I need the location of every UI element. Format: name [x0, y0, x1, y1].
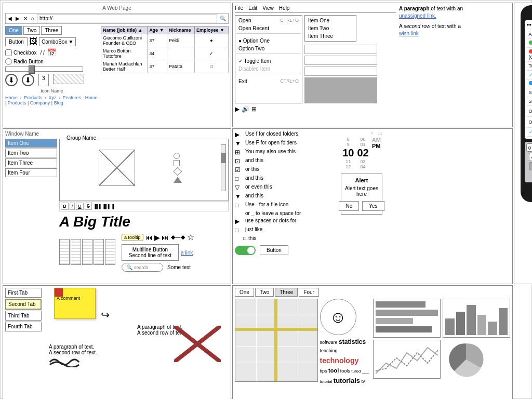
list-item-1[interactable]: Item One — [5, 139, 57, 148]
back-btn[interactable]: ◀ — [7, 16, 13, 21]
breadcrumb-home2[interactable]: Home — [85, 95, 98, 100]
breadcrumb-blog[interactable]: Blog — [54, 100, 63, 105]
radio-input[interactable] — [5, 58, 12, 65]
pm-label[interactable]: PM — [372, 143, 381, 149]
key-shift[interactable]: ⇧ — [529, 162, 532, 170]
url-input[interactable] — [37, 15, 217, 22]
menu-file[interactable]: File — [235, 5, 243, 11]
home-btn[interactable]: ⌂ — [30, 16, 35, 21]
acc-5[interactable] — [105, 239, 115, 265]
btab-three[interactable]: Three — [275, 288, 298, 297]
breadcrumb-products2[interactable]: Products — [8, 100, 26, 105]
ios-checkmark[interactable]: ✓A Checkmark ○ — [527, 71, 533, 79]
am-label[interactable]: AM — [372, 137, 381, 143]
menu-opt2[interactable]: Option Two — [236, 45, 301, 52]
breadcrumb-xyz[interactable]: Xyz — [49, 95, 57, 100]
breadcrumb-company[interactable]: Company — [30, 100, 50, 105]
slider[interactable] — [5, 66, 83, 72]
key-q[interactable]: Q — [526, 143, 533, 152]
ctx-item1[interactable]: Item One — [306, 17, 355, 24]
ctx-item3[interactable]: Item Three — [306, 32, 355, 40]
scroll-down[interactable]: ⬇ — [5, 74, 18, 86]
menu-view[interactable]: View — [262, 5, 274, 11]
search-box[interactable]: 🔍 — [122, 263, 163, 272]
key-a[interactable]: A — [529, 153, 532, 161]
input-1[interactable] — [304, 45, 377, 54]
button-ctrl[interactable]: Button — [5, 37, 28, 46]
tool-strikethrough[interactable]: S̶ — [85, 203, 92, 210]
ios-add-submenu[interactable]: Add and sub-menu › — [527, 39, 533, 48]
acc-1[interactable] — [59, 239, 70, 265]
bar-2 — [376, 310, 438, 316]
tool-bold[interactable]: B — [61, 203, 69, 210]
menu-exit[interactable]: ExitCTRL+O — [236, 77, 301, 85]
play-icon[interactable]: ▶ — [154, 233, 160, 242]
scrollbar-v[interactable] — [221, 144, 226, 191]
tab-second[interactable]: Second Tab — [5, 299, 42, 310]
tab-third[interactable]: Third Tab — [5, 311, 42, 321]
forward-btn[interactable]: ▶ — [15, 16, 21, 21]
image-icon[interactable]: 🖼 — [29, 37, 37, 46]
search-input[interactable] — [134, 265, 160, 270]
list-item-2[interactable]: Item Two — [5, 149, 57, 157]
search-row: 🔍 Some text — [122, 263, 194, 272]
list-item-4[interactable]: Item Four — [5, 168, 57, 177]
btab-four[interactable]: Four — [299, 288, 319, 297]
bottom-content: ☺ software statistics teaching technolog… — [235, 299, 510, 386]
breadcrumb-features[interactable]: Features — [63, 95, 82, 100]
breadcrumb-products[interactable]: Products — [24, 95, 43, 100]
list-item-3[interactable]: Item Three — [5, 158, 57, 167]
vol-icon[interactable]: 🔊 — [242, 105, 249, 113]
alert-yes[interactable]: Yes — [362, 201, 384, 211]
scroll-down2[interactable]: ⬇ — [22, 74, 34, 86]
unassigned-link[interactable]: unassigned link. — [399, 13, 436, 19]
para-text-below: A paragraph of text.A second row of text… — [49, 344, 97, 355]
skip-fwd-icon[interactable]: ⏭ — [162, 233, 169, 242]
tab-three[interactable]: Three — [41, 26, 62, 35]
tab-one[interactable]: One — [5, 26, 22, 35]
alert-no[interactable]: No — [339, 201, 359, 211]
paragraph-section: File Edit View Help OpenCTRL+O Open Rece… — [232, 3, 513, 127]
fullscreen-icon[interactable]: ⊞ — [251, 105, 257, 113]
input-2[interactable] — [304, 56, 377, 65]
skip-back-icon[interactable]: ⏮ — [145, 233, 153, 242]
menu-open-recent[interactable]: Open Recent — [236, 24, 301, 32]
menu-edit[interactable]: Edit — [248, 5, 257, 11]
button-plain[interactable]: Button — [260, 245, 288, 255]
ios-off-button[interactable]: Off button — [527, 117, 533, 128]
wish-link[interactable]: wish link — [399, 31, 419, 36]
menu-help[interactable]: Help — [279, 5, 290, 11]
combobox[interactable]: ComboBox ▼ — [39, 37, 76, 46]
menu-open[interactable]: OpenCTRL+O — [236, 17, 301, 24]
slider-thumb[interactable] — [29, 65, 35, 74]
calendar-icon[interactable]: 📅 — [47, 48, 56, 57]
wc-tools: tools — [340, 368, 352, 374]
acc-4[interactable] — [94, 239, 104, 265]
multiline-button[interactable]: Multiline Button Second line of text — [122, 244, 179, 261]
ios-on-button[interactable]: On button — [527, 106, 533, 117]
tab-fourth[interactable]: Fourth Tab — [5, 322, 42, 331]
col-name: Name (job title) ▲ — [101, 26, 148, 34]
input-3[interactable] — [304, 66, 377, 76]
tool-underline[interactable]: U — [76, 203, 84, 210]
tab-first[interactable]: First Tab — [5, 288, 42, 298]
menu-toggle[interactable]: Toggle Item — [236, 57, 301, 65]
checkbox-input[interactable] — [5, 49, 12, 56]
ctx-item2[interactable]: Item Two — [306, 24, 355, 32]
play-btn[interactable]: ▶ — [235, 105, 240, 113]
close-btn[interactable]: ✕ — [22, 16, 29, 21]
link-text[interactable]: a link — [181, 250, 193, 256]
ios-bullet[interactable]: A Bullet ≡ — [527, 79, 533, 88]
btab-one[interactable]: One — [235, 288, 254, 297]
tab-two[interactable]: Two — [23, 26, 40, 35]
menu-opt1[interactable]: ● Option One — [236, 37, 301, 45]
tool-italic[interactable]: I — [70, 203, 75, 210]
breadcrumb-home[interactable]: Home — [5, 95, 18, 100]
acc-2[interactable] — [71, 239, 81, 265]
toggle-on-main[interactable] — [235, 246, 256, 255]
icon-also-use: ⊞ You may also use this — [235, 149, 339, 156]
btab-two[interactable]: Two — [255, 288, 274, 297]
acc-3[interactable] — [82, 239, 92, 265]
search-btn[interactable]: 🔍 — [219, 16, 227, 21]
star-icon[interactable]: ☆ — [187, 232, 194, 242]
